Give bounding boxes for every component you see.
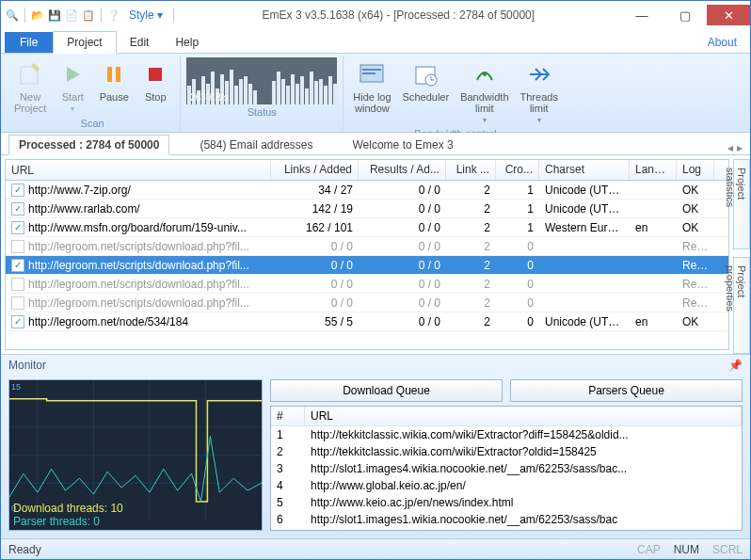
cell-charset xyxy=(539,264,630,267)
row-checkbox[interactable] xyxy=(11,296,24,310)
project-menu[interactable]: Project xyxy=(53,31,116,54)
tab-welcome[interactable]: Welcome to Emex 3 xyxy=(344,136,463,154)
row-checkbox[interactable] xyxy=(11,202,24,216)
table-row[interactable]: http://legroom.net/scripts/download.php?… xyxy=(6,294,728,312)
side-panels: Project statistics Project properties xyxy=(733,155,750,354)
threads-limit-button[interactable]: Threads limit ▾ xyxy=(517,57,562,126)
about-link[interactable]: About xyxy=(698,32,746,53)
open-icon[interactable]: 📂 xyxy=(30,8,45,23)
queue-num: 6 xyxy=(271,512,305,527)
parsers-queue-button[interactable]: Parsers Queue xyxy=(510,379,743,402)
monitor-graph: 15 0 Download threads: 10 Parser threads… xyxy=(8,379,263,531)
tab-nav: ◂ ▸ xyxy=(727,141,743,154)
queue-url: http://slot1.images4.wikia.nocookie.net/… xyxy=(305,461,742,476)
queue-row[interactable]: 1http://tekkitclassic.wikia.com/wiki/Ext… xyxy=(271,426,742,443)
qcol-url[interactable]: URL xyxy=(305,407,742,425)
row-checkbox[interactable] xyxy=(11,315,24,328)
row-checkbox[interactable] xyxy=(11,240,24,253)
ribbon-group-label: Scan xyxy=(81,116,104,129)
svg-point-9 xyxy=(483,72,487,76)
minimize-button[interactable]: — xyxy=(620,5,663,25)
tab-processed[interactable]: Processed : 2784 of 50000 xyxy=(8,135,169,155)
table-row[interactable]: http://www.rarlab.com/142 / 190 / 021Uni… xyxy=(6,200,728,218)
row-checkbox[interactable] xyxy=(11,184,24,197)
menubar: File Project Edit Help About xyxy=(1,29,750,54)
file-menu[interactable]: File xyxy=(5,32,53,53)
table-row[interactable]: http://legroom.net/scripts/download.php?… xyxy=(6,256,728,275)
cell-lang xyxy=(630,264,677,267)
queue-num: 5 xyxy=(271,495,305,510)
table-row[interactable]: http://legroom.net/scripts/download.php?… xyxy=(6,237,728,256)
queue-num: 4 xyxy=(271,478,305,493)
cell-log: OK xyxy=(677,313,714,330)
col-log[interactable]: Log xyxy=(677,160,714,180)
pause-button[interactable]: Pause xyxy=(95,57,133,104)
table-row[interactable]: http://legroom.net/scripts/download.php?… xyxy=(6,275,728,294)
maximize-button[interactable]: ▢ xyxy=(663,5,707,25)
queue-body[interactable]: 1http://tekkitclassic.wikia.com/wiki/Ext… xyxy=(271,426,742,528)
col-results[interactable]: Results / Ad... xyxy=(359,160,446,180)
side-tab-statistics[interactable]: Project statistics xyxy=(733,159,750,249)
queue-row[interactable]: 4http://www.global.keio.ac.jp/en/ xyxy=(271,477,742,494)
new-project-button[interactable]: New Project xyxy=(10,57,50,116)
style-dropdown[interactable]: Style ▾ xyxy=(123,8,168,22)
col-link[interactable]: Link ... xyxy=(446,160,496,180)
cell-cro: 0 xyxy=(496,238,539,255)
table-row[interactable]: http://www.7-zip.org/34 / 270 / 021Unico… xyxy=(6,181,728,200)
export-icon[interactable]: 📋 xyxy=(81,8,96,23)
cell-results: 0 / 0 xyxy=(359,219,446,236)
svg-rect-1 xyxy=(107,67,112,82)
stop-button[interactable]: Stop xyxy=(136,57,174,104)
cell-cro: 0 xyxy=(496,276,539,293)
start-button[interactable]: Start ▾ xyxy=(54,57,91,115)
bandwidth-limit-button[interactable]: Bandwidth limit ▾ xyxy=(456,57,512,126)
cell-links: 34 / 27 xyxy=(271,182,359,199)
cell-log: Red... xyxy=(677,257,714,274)
close-button[interactable]: ✕ xyxy=(707,5,750,25)
tab-emails[interactable]: (584) Email addresses xyxy=(190,136,322,154)
content-tabs: Processed : 2784 of 50000 (584) Email ad… xyxy=(1,133,750,155)
col-url[interactable]: URL xyxy=(6,160,271,180)
scheduler-button[interactable]: Scheduler xyxy=(399,57,454,104)
help-menu[interactable]: Help xyxy=(162,32,212,53)
queue-row[interactable]: 3http://slot1.images4.wikia.nocookie.net… xyxy=(271,460,742,477)
qcol-num[interactable]: # xyxy=(271,407,305,425)
queue-row[interactable]: 6http://slot1.images1.wikia.nocookie.net… xyxy=(271,511,742,528)
table-body[interactable]: http://www.7-zip.org/34 / 270 / 021Unico… xyxy=(6,181,728,349)
queue-row[interactable]: 5http://www.keio.ac.jp/en/news/index.htm… xyxy=(271,494,742,511)
download-queue-button[interactable]: Download Queue xyxy=(270,379,503,402)
hide-log-button[interactable]: Hide log window xyxy=(349,57,394,116)
cell-url: http://legroom.net/scripts/download.php?… xyxy=(28,240,249,253)
svg-rect-5 xyxy=(362,69,381,71)
side-tab-properties[interactable]: Project properties xyxy=(733,257,750,354)
cell-charset xyxy=(539,245,630,248)
col-links[interactable]: Links / Added xyxy=(271,160,359,180)
table-row[interactable]: http://legroom.net/node/534/18455 / 50 /… xyxy=(6,312,728,331)
edit-menu[interactable]: Edit xyxy=(117,32,163,53)
help-icon[interactable]: ❔ xyxy=(106,8,121,23)
tab-next-icon[interactable]: ▸ xyxy=(737,141,743,154)
doc-icon[interactable]: 📄 xyxy=(64,8,79,23)
row-checkbox[interactable] xyxy=(11,221,24,234)
col-cro[interactable]: Cro... xyxy=(496,160,539,180)
cell-cro: 1 xyxy=(496,219,539,236)
url-table: URL Links / Added Results / Ad... Link .… xyxy=(5,159,729,350)
pin-icon[interactable]: 📌 xyxy=(728,359,743,372)
row-checkbox[interactable] xyxy=(11,278,24,291)
chevron-down-icon: ▾ xyxy=(483,116,487,124)
save-icon[interactable]: 💾 xyxy=(47,8,62,23)
cell-results: 0 / 0 xyxy=(359,200,446,217)
cell-results: 0 / 0 xyxy=(359,313,446,330)
cell-link: 2 xyxy=(446,200,496,217)
col-charset[interactable]: Charset xyxy=(539,160,630,180)
threads-icon xyxy=(524,59,554,89)
table-row[interactable]: http://www.msfn.org/board/forum/159-univ… xyxy=(6,218,728,237)
cell-charset xyxy=(539,301,630,305)
row-checkbox[interactable] xyxy=(11,259,24,272)
cell-log: Red... xyxy=(677,295,714,312)
col-lang[interactable]: Lang ... xyxy=(630,160,677,180)
cell-lang xyxy=(630,245,677,248)
queue-row[interactable]: 2http://tekkitclassic.wikia.com/wiki/Ext… xyxy=(271,443,742,460)
tab-prev-icon[interactable]: ◂ xyxy=(727,141,733,154)
queue-panel: Download Queue Parsers Queue # URL 1http… xyxy=(270,379,743,531)
